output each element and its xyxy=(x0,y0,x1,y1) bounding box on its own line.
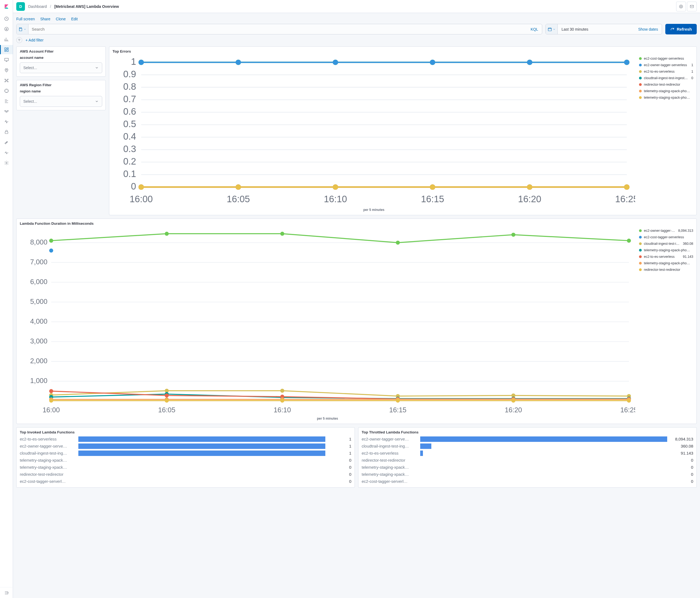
nav-discover-icon[interactable] xyxy=(0,24,13,33)
panel-top-throttled: Top Throttled Lambda Functions ec2-owner… xyxy=(358,427,697,488)
svg-point-16 xyxy=(679,5,683,8)
nav-recent-icon[interactable] xyxy=(0,14,13,23)
svg-text:16:10: 16:10 xyxy=(324,194,347,204)
legend-item[interactable]: telemetry-staging-xpack-pho… xyxy=(639,261,693,265)
legend-item[interactable]: redirector-test-redirector xyxy=(639,83,693,86)
legend-item[interactable]: telemetry-staging-xpack-pho… xyxy=(639,96,693,99)
nav-ml-icon[interactable] xyxy=(0,76,13,85)
row-bar xyxy=(78,472,325,477)
legend-item[interactable]: ec2-to-es-serverless 91.143 xyxy=(639,255,693,258)
legend-item[interactable]: cloudtrail-ingest-test-i… 360.08 xyxy=(639,242,693,246)
legend-label: redirector-test-redirector xyxy=(644,268,691,272)
svg-point-144 xyxy=(49,398,53,403)
legend-label: ec2-owner-tagger-serverless xyxy=(644,63,689,67)
legend-item[interactable]: ec2-cost-tagger-serverless xyxy=(639,235,693,239)
chart-errors: 00.10.20.30.40.50.60.70.80.9116:0016:051… xyxy=(112,55,635,207)
svg-text:16:05: 16:05 xyxy=(227,194,250,204)
legend-item[interactable]: ec2-owner-tagger-serverless 1 xyxy=(639,63,693,67)
link-edit[interactable]: Edit xyxy=(71,17,78,21)
nav-logs-icon[interactable] xyxy=(0,97,13,106)
search-input[interactable] xyxy=(28,24,527,34)
legend-swatch xyxy=(639,236,642,239)
nav-visualize-icon[interactable] xyxy=(0,35,13,44)
panel-title: Top Invoked Lambda Functions xyxy=(20,430,351,434)
panel-title: Top Errors xyxy=(112,49,693,53)
add-filter-button[interactable]: + Add filter xyxy=(25,38,44,42)
svg-rect-5 xyxy=(5,50,6,51)
kibana-logo[interactable] xyxy=(0,0,13,13)
legend-value: 8,094.313 xyxy=(678,229,693,232)
legend-label: ec2-cost-tagger-serverless xyxy=(644,235,691,239)
svg-point-57 xyxy=(430,60,435,65)
svg-text:3,000: 3,000 xyxy=(30,337,47,345)
legend-item[interactable]: cloudtrail-ingest-test-ingest… 0 xyxy=(639,76,693,80)
nav-monitoring-icon[interactable] xyxy=(0,148,13,157)
legend-label: telemetry-staging-xpack-pho… xyxy=(644,248,691,252)
nav-collapse-icon[interactable] xyxy=(0,587,13,598)
legend-item[interactable]: ec2-owner-tagger-… 8,094.313 xyxy=(639,229,693,232)
svg-text:16:00: 16:00 xyxy=(130,194,153,204)
query-bar: KQL xyxy=(16,24,542,34)
nav-maps-icon[interactable] xyxy=(0,66,13,75)
nav-canvas-icon[interactable] xyxy=(0,55,13,65)
legend-swatch xyxy=(639,242,642,245)
table-row: redirector-test-redirector 0 xyxy=(20,472,351,477)
newsfeed-icon[interactable] xyxy=(676,2,686,11)
legend-label: telemetry-staging-xpack-pho… xyxy=(644,89,691,93)
select-placeholder: Select... xyxy=(23,66,37,70)
nav-apm-icon[interactable] xyxy=(0,107,13,116)
legend-label: ec2-cost-tagger-serverless xyxy=(644,57,691,60)
legend-item[interactable]: ec2-cost-tagger-serverless xyxy=(639,57,693,60)
nav-uptime-icon[interactable] xyxy=(0,117,13,126)
chevron-down-icon xyxy=(95,66,99,70)
nav-management-icon[interactable] xyxy=(0,158,13,168)
nav-dashboard-icon[interactable] xyxy=(0,45,13,54)
row-label: cloudtrail-ingest-test-ing… xyxy=(20,451,77,455)
breadcrumb-root[interactable]: Dashboard xyxy=(28,4,47,9)
kql-toggle[interactable]: KQL xyxy=(527,24,542,34)
account-select[interactable]: Select... xyxy=(20,63,102,73)
mail-icon[interactable] xyxy=(687,2,697,11)
show-dates-link[interactable]: Show dates xyxy=(634,24,662,34)
saved-query-button[interactable] xyxy=(17,24,28,34)
svg-point-86 xyxy=(333,184,338,190)
link-share[interactable]: Share xyxy=(40,17,50,21)
svg-rect-14 xyxy=(5,132,8,134)
nav-siem-icon[interactable] xyxy=(0,127,13,136)
row-bar xyxy=(78,479,325,484)
row-value: 0 xyxy=(669,465,693,470)
legend-item[interactable]: ec2-to-es-serverless 1 xyxy=(639,70,693,73)
table-row: cloudtrail-ingest-test-ing… 1 xyxy=(20,451,351,456)
calendar-icon[interactable] xyxy=(546,24,558,34)
svg-text:1,000: 1,000 xyxy=(30,377,47,384)
table-row: redirector-test-redirector 0 xyxy=(362,457,693,463)
nav-devtools-icon[interactable] xyxy=(0,138,13,147)
svg-point-145 xyxy=(165,398,169,403)
row-label: ec2-to-es-serverless xyxy=(362,451,419,455)
legend-item[interactable]: telemetry-staging-xpack-pho… xyxy=(639,89,693,93)
row-bar xyxy=(420,472,667,477)
legend-value: 91.143 xyxy=(683,255,693,258)
link-clone[interactable]: Clone xyxy=(56,17,66,21)
nav-metrics-icon[interactable] xyxy=(0,86,13,95)
legend-errors: ec2-cost-tagger-serverless ec2-owner-tag… xyxy=(639,55,693,212)
refresh-button[interactable]: Refresh xyxy=(665,24,697,34)
legend-swatch xyxy=(639,96,642,99)
filter-options-icon[interactable] xyxy=(16,37,22,43)
svg-text:16:20: 16:20 xyxy=(505,406,522,414)
time-range[interactable]: Last 30 minutes xyxy=(558,24,634,34)
svg-text:16:25: 16:25 xyxy=(620,406,635,414)
link-fullscreen[interactable]: Full screen xyxy=(16,17,35,21)
svg-text:0.7: 0.7 xyxy=(123,94,136,104)
row-label: ec2-to-es-serverless xyxy=(20,437,77,441)
legend-item[interactable]: telemetry-staging-xpack-pho… xyxy=(639,248,693,252)
svg-text:1: 1 xyxy=(131,56,136,67)
svg-point-122 xyxy=(280,389,284,393)
region-select[interactable]: Select... xyxy=(20,96,102,107)
legend-item[interactable]: redirector-test-redirector xyxy=(639,268,693,272)
legend-label: cloudtrail-ingest-test-i… xyxy=(644,242,681,246)
field-label: region name xyxy=(20,89,102,93)
row-bar xyxy=(420,479,667,484)
svg-text:0.8: 0.8 xyxy=(123,81,136,92)
panel-title: AWS Region Filter xyxy=(20,83,102,87)
